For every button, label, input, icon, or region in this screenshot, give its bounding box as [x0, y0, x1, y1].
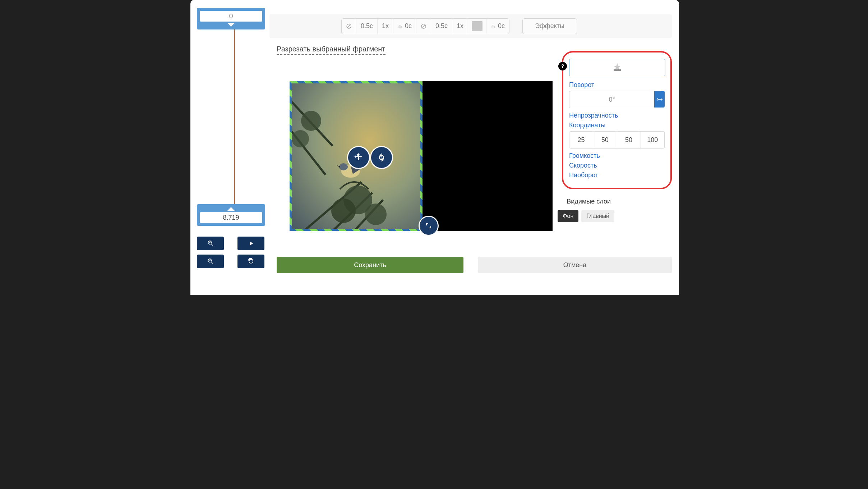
vol-in-time: 0с	[405, 22, 412, 30]
reverse-label[interactable]: Наоборот	[569, 172, 665, 179]
rotation-input[interactable]	[569, 91, 654, 108]
play-button[interactable]	[237, 237, 264, 250]
flip-horizontal-button[interactable]	[654, 91, 665, 108]
svg-point-5	[365, 204, 387, 225]
help-badge[interactable]: ?	[558, 62, 567, 70]
cancel-button[interactable]: Отмена	[478, 257, 672, 273]
zoom-out-button[interactable]	[197, 255, 224, 268]
svg-point-2	[292, 130, 309, 147]
effects-button[interactable]: Эффекты	[522, 18, 577, 34]
volume-icon	[491, 23, 497, 29]
coord-y2-input[interactable]	[641, 131, 665, 148]
volume-label[interactable]: Громкость	[569, 152, 665, 160]
timeline-track[interactable]	[234, 29, 235, 204]
cut-fragment-link[interactable]: Разрезать выбранный фрагмент	[277, 45, 385, 55]
disable-out-button[interactable]	[416, 19, 431, 34]
caret-up-icon	[227, 207, 235, 211]
reload-button[interactable]	[237, 255, 264, 268]
selected-layer[interactable]	[290, 81, 423, 231]
timeline-end-input[interactable]	[200, 212, 262, 223]
rotate-icon	[377, 152, 387, 163]
timeline-start-input[interactable]	[200, 11, 262, 22]
speed-in[interactable]: 1x	[378, 19, 393, 34]
coord-y1-input[interactable]	[593, 131, 617, 148]
thumbnail-icon	[612, 62, 623, 73]
layer-chip-main[interactable]: Главный	[581, 210, 614, 222]
color-swatch[interactable]	[468, 19, 486, 34]
coord-x1-input[interactable]	[569, 131, 593, 148]
speed-out[interactable]: 1x	[452, 19, 468, 34]
vol-out-time: 0с	[498, 22, 505, 30]
svg-point-4	[331, 198, 356, 223]
flip-h-icon	[656, 95, 664, 103]
coords-label[interactable]: Координаты	[569, 122, 665, 129]
save-button[interactable]: Сохранить	[277, 257, 463, 273]
properties-panel: ? Поворот Непрозрачность Координаты Гром…	[562, 51, 672, 189]
zoom-in-button[interactable]	[197, 237, 224, 250]
duration-out[interactable]: 0.5с	[431, 19, 452, 34]
rotation-label[interactable]: Поворот	[569, 81, 665, 89]
layer-thumbnail[interactable]	[569, 59, 665, 76]
reload-icon	[248, 258, 254, 265]
disable-icon	[346, 23, 352, 29]
zoom-in-icon	[207, 240, 214, 247]
disable-in-button[interactable]	[342, 19, 356, 34]
volume-icon	[398, 23, 403, 29]
visible-layers-title: Видимые слои	[567, 198, 611, 205]
volume-out-button[interactable]: 0с	[486, 19, 509, 34]
timeline-end-block[interactable]	[197, 204, 265, 226]
volume-in-button[interactable]: 0с	[393, 19, 416, 34]
disable-icon	[421, 23, 426, 29]
play-icon	[248, 240, 254, 247]
duration-in[interactable]: 0.5с	[356, 19, 378, 34]
timeline-start-block[interactable]	[197, 8, 265, 29]
resize-icon	[424, 221, 433, 230]
move-icon	[354, 152, 364, 163]
svg-rect-8	[614, 69, 621, 71]
toolbar: 0.5с 1x 0с 0.5с 1x 0с Эффекты	[269, 14, 672, 38]
move-handle[interactable]	[347, 146, 370, 169]
preview-canvas[interactable]	[290, 81, 553, 231]
color-swatch-preview	[472, 21, 483, 31]
transition-in-group: 0.5с 1x 0с 0.5с 1x 0с	[341, 18, 509, 34]
zoom-out-icon	[207, 258, 214, 265]
caret-down-icon	[227, 23, 235, 27]
layer-chip-bg[interactable]: Фон	[558, 210, 578, 222]
rotate-handle[interactable]	[370, 146, 393, 169]
svg-point-7	[339, 163, 348, 170]
opacity-label[interactable]: Непрозрачность	[569, 112, 665, 119]
speed-label[interactable]: Скорость	[569, 162, 665, 169]
resize-handle[interactable]	[419, 216, 439, 236]
svg-point-1	[301, 111, 321, 131]
coord-x2-input[interactable]	[617, 131, 641, 148]
